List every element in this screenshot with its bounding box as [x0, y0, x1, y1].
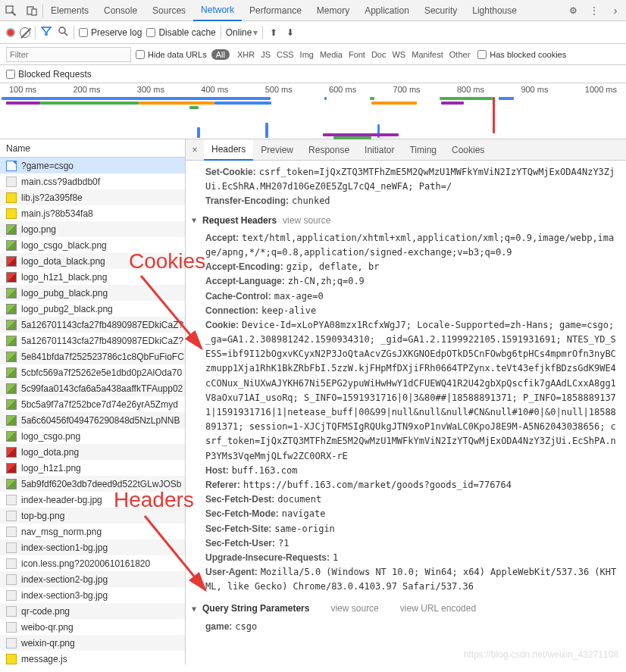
tab-elements[interactable]: Elements: [43, 0, 96, 21]
request-row[interactable]: logo_dota_black.png: [0, 253, 185, 269]
filter-type-media[interactable]: Media: [320, 50, 343, 59]
file-type-icon: [6, 590, 17, 601]
filter-type-img[interactable]: Img: [300, 50, 314, 59]
request-row[interactable]: logo_pubg_black.png: [0, 285, 185, 301]
request-row[interactable]: logo_pubg2_black.png: [0, 301, 185, 317]
tab-lighthouse[interactable]: Lighthouse: [465, 0, 524, 21]
request-row[interactable]: logo_csgo_black.png: [0, 237, 185, 253]
tab-security[interactable]: Security: [417, 0, 465, 21]
device-toggle-icon[interactable]: [21, 0, 42, 21]
request-row[interactable]: ?game=csgo: [0, 158, 185, 173]
filter-input[interactable]: [6, 47, 131, 62]
details-tab-initiator[interactable]: Initiator: [357, 139, 402, 161]
request-row[interactable]: 5ab9fdf620e3db7deed9d522tGLwJOSb: [0, 476, 185, 492]
request-row[interactable]: index-section3-bg.jpg: [0, 587, 185, 603]
throttling-select[interactable]: Online▾: [226, 27, 258, 38]
file-type-icon: [6, 463, 17, 474]
request-row[interactable]: logo.png: [0, 221, 185, 237]
request-list: Name ?game=csgomain.css?9adbdb0flib.js?2…: [0, 139, 186, 664]
request-row[interactable]: top-bg.png: [0, 508, 185, 524]
filter-type-js[interactable]: JS: [261, 50, 271, 59]
request-row[interactable]: weibo-qr.png: [0, 619, 185, 635]
filter-type-font[interactable]: Font: [349, 50, 365, 59]
filter-all-pill[interactable]: All: [211, 49, 230, 60]
upload-icon[interactable]: ⬆: [268, 27, 280, 38]
view-source-link[interactable]: view source: [283, 214, 330, 228]
filter-type-other[interactable]: Other: [449, 50, 471, 59]
request-row[interactable]: 5c99faa0143cfa6a5a438aaffkTFAupp02: [0, 380, 185, 396]
tab-application[interactable]: Application: [357, 0, 417, 21]
filter-type-css[interactable]: CSS: [277, 50, 294, 59]
query-param-game: game:csgo: [198, 620, 618, 634]
cookie-header: Cookie:Device-Id=xLoPYA08mzx1RcfxWgJ7; L…: [198, 318, 618, 464]
details-tab-cookies[interactable]: Cookies: [444, 139, 492, 161]
request-name: weibo-qr.png: [21, 622, 74, 633]
details-tab-preview[interactable]: Preview: [253, 139, 301, 161]
file-type-icon: [6, 192, 17, 203]
view-url-encoded-link[interactable]: view URL encoded: [400, 602, 476, 616]
request-row[interactable]: logo_h1z1.png: [0, 460, 185, 476]
request-row[interactable]: index-section2-bg.jpg: [0, 571, 185, 587]
hide-data-urls-checkbox[interactable]: Hide data URLs: [136, 50, 207, 59]
request-row[interactable]: weixin-qr.png: [0, 635, 185, 651]
request-row[interactable]: logo_csgo.png: [0, 428, 185, 444]
record-button[interactable]: [6, 28, 15, 37]
tab-network[interactable]: Network: [193, 0, 242, 21]
request-row[interactable]: main.js?8b534fa8: [0, 205, 185, 221]
request-row[interactable]: 5a126701143cfa27fb4890987EDkiCaZ?: [0, 317, 185, 333]
tab-performance[interactable]: Performance: [242, 0, 309, 21]
request-name: logo_pubg2_black.png: [21, 304, 113, 314]
request-row[interactable]: message.js: [0, 651, 185, 664]
timeline-overview[interactable]: 100 ms200 ms300 ms400 ms500 ms600 ms700 …: [0, 83, 626, 139]
details-tab-headers[interactable]: Headers: [204, 139, 253, 161]
request-row[interactable]: index-section1-bg.jpg: [0, 539, 185, 555]
filter-type-doc[interactable]: Doc: [371, 50, 387, 59]
preserve-log-checkbox[interactable]: Preserve log: [79, 27, 142, 38]
has-blocked-cookies-checkbox[interactable]: Has blocked cookies: [477, 50, 566, 59]
request-row[interactable]: 5a126701143cfa27fb4890987EDkiCaZ?: [0, 333, 185, 349]
request-row[interactable]: logo_dota.png: [0, 444, 185, 460]
request-row[interactable]: qr-code.png: [0, 603, 185, 619]
disable-cache-checkbox[interactable]: Disable cache: [146, 27, 215, 38]
settings-icon[interactable]: ⚙: [562, 0, 584, 21]
tab-sources[interactable]: Sources: [145, 0, 193, 21]
details-tab-response[interactable]: Response: [301, 139, 357, 161]
request-row[interactable]: 5e841bfda7f252523786c1c8QbFuFioFC: [0, 349, 185, 364]
request-row[interactable]: lib.js?2a395f8e: [0, 189, 185, 205]
tab-console[interactable]: Console: [96, 0, 145, 21]
blocked-requests-checkbox[interactable]: Blocked Requests: [6, 69, 92, 80]
query-string-section[interactable]: ▼ Query String Parameters view source vi…: [192, 602, 618, 616]
request-row[interactable]: 5a6c60456f049476290848d5NzLpNNB: [0, 412, 185, 428]
request-row[interactable]: 5cbfc569a7f25262e5e1dbd0p2AlOda70: [0, 364, 185, 380]
filter-type-xhr[interactable]: XHR: [237, 50, 255, 59]
close-panel-button[interactable]: ×: [186, 145, 204, 155]
request-row[interactable]: nav_msg_norm.png: [0, 524, 185, 539]
request-headers-section[interactable]: ▼ Request Headers view source: [192, 214, 618, 228]
request-name: weixin-qr.png: [21, 638, 75, 649]
file-type-icon: [6, 495, 17, 505]
view-source-link[interactable]: view source: [330, 602, 378, 616]
network-toolbar: Preserve log Disable cache Online▾ ⬆ ⬇: [0, 21, 626, 44]
accept-language-header: Accept-Language:zh-CN,zh;q=0.9: [198, 274, 618, 289]
filter-type-manifest[interactable]: Manifest: [412, 50, 443, 59]
more-icon[interactable]: ⋮: [584, 0, 605, 21]
request-name: logo_dota.png: [21, 447, 79, 458]
download-icon[interactable]: ⬇: [284, 27, 296, 38]
svg-rect-2: [32, 9, 36, 15]
filter-icon[interactable]: [40, 26, 52, 39]
search-icon[interactable]: [57, 26, 69, 39]
request-row[interactable]: 5bc5a9f7a7f252bce7d74e26yrA5Zmyd: [0, 396, 185, 412]
file-type-icon: [6, 272, 17, 283]
filter-type-ws[interactable]: WS: [392, 50, 405, 59]
clear-button[interactable]: [20, 27, 30, 38]
tab-memory[interactable]: Memory: [309, 0, 357, 21]
request-name: logo_csgo_black.png: [21, 240, 107, 251]
name-column-header[interactable]: Name: [0, 139, 185, 158]
request-row[interactable]: logo_h1z1_black.png: [0, 269, 185, 285]
request-row[interactable]: main.css?9adbdb0f: [0, 173, 185, 189]
chevron-right-icon[interactable]: ›: [605, 0, 626, 21]
details-tab-timing[interactable]: Timing: [402, 139, 444, 161]
request-row[interactable]: icon.less.png?20200610161820: [0, 555, 185, 571]
request-row[interactable]: index-header-bg.jpg: [0, 492, 185, 508]
inspect-icon[interactable]: [0, 0, 21, 21]
